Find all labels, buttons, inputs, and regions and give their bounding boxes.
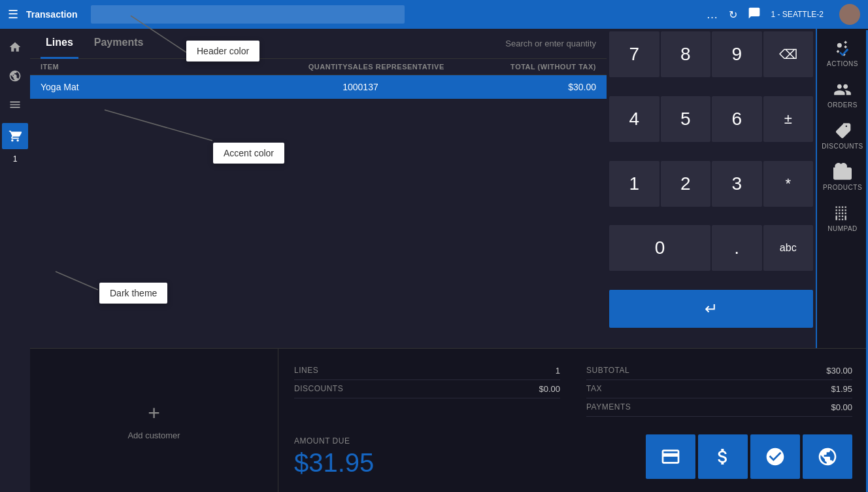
callout-header-color: Header color (186, 41, 259, 62)
menu-icon[interactable]: ☰ (8, 7, 18, 22)
subtotal-label: SUBTOTAL (586, 366, 629, 376)
sidebar-item-catalog[interactable] (2, 63, 28, 89)
customer-panel[interactable]: + Add customer (30, 349, 278, 492)
svg-point-1 (837, 43, 842, 48)
num-2[interactable]: 2 (661, 161, 711, 207)
lines-row: LINES 1 (294, 362, 560, 380)
subtotal-row: SUBTOTAL $30.00 (586, 362, 852, 380)
num-1[interactable]: 1 (609, 161, 659, 207)
num-plusminus[interactable]: ± (763, 96, 814, 142)
callout-accent-color: Accent color (213, 143, 284, 164)
lines-value: 1 (556, 366, 560, 376)
add-customer-icon: + (148, 401, 160, 425)
actions-label: ACTIONS (827, 60, 858, 67)
discounts-value: $0.00 (539, 384, 560, 394)
user-avatar[interactable] (839, 4, 860, 25)
products-label: PRODUCTS (823, 184, 862, 191)
message-icon[interactable] (748, 7, 761, 22)
panel-products[interactable]: PRODUCTS (819, 158, 866, 196)
num-dot[interactable]: . (712, 225, 762, 271)
payment-buttons (646, 434, 852, 479)
top-bar-icons: … ↻ 1 - SEATTLE-2 (707, 4, 860, 25)
table-row[interactable]: Yoga Mat 1 000137 $30.00 (30, 75, 607, 99)
panel-discounts[interactable]: % DISCOUNTS (819, 116, 866, 155)
sidebar-item-cart[interactable] (2, 123, 28, 149)
tab-payments[interactable]: Payments (89, 29, 149, 59)
amount-due-value: $31.95 (294, 448, 374, 478)
right-panel: ACTIONS ORDERS % DISCOUNTS (816, 29, 868, 348)
discounts-row: DISCOUNTS $0.00 (294, 380, 560, 398)
discounts-label: DISCOUNTS (294, 384, 343, 394)
totals-panel: LINES 1 DISCOUNTS $0.00 SUBTOTAL $ (278, 349, 868, 492)
content-area: Lines Payments Search or enter quantity … (30, 29, 868, 492)
left-sidebar: 1 (0, 29, 30, 492)
pay-card-button[interactable] (646, 434, 695, 479)
num-9[interactable]: 9 (712, 31, 762, 77)
panel-orders[interactable]: ORDERS (819, 75, 866, 114)
row-item: Yoga Mat (41, 82, 269, 92)
tax-row: TAX $1.95 (586, 380, 852, 398)
more-icon[interactable]: … (707, 8, 718, 22)
num-4[interactable]: 4 (609, 96, 659, 142)
num-3[interactable]: 3 (712, 161, 762, 207)
cart-badge: 1 (13, 154, 18, 164)
tax-label: TAX (586, 384, 602, 394)
payments-value: $0.00 (831, 402, 852, 412)
numpad-panel: 7 8 9 ⌫ 4 5 6 ± 1 2 3 * 0 . abc (607, 29, 816, 348)
totals-grid: LINES 1 DISCOUNTS $0.00 SUBTOTAL $ (294, 362, 852, 417)
app-title: Transaction (26, 9, 78, 20)
bottom-area: + Add customer LINES 1 DISCOUNTS $0.00 (30, 348, 868, 492)
order-table: ITEM QUANTITY SALES REPRESENTATIVE TOTAL… (30, 59, 607, 348)
panel-actions[interactable]: ACTIONS (819, 34, 866, 73)
top-bar: ☰ Transaction … ↻ 1 - SEATTLE-2 (0, 0, 868, 29)
col-quantity: QUANTITY (269, 63, 348, 71)
payments-row: PAYMENTS $0.00 (586, 398, 852, 417)
pay-global-button[interactable] (803, 434, 852, 479)
col-total: TOTAL (WITHOUT TAX) (478, 63, 596, 71)
table-header: ITEM QUANTITY SALES REPRESENTATIVE TOTAL… (30, 59, 607, 75)
payments-label: PAYMENTS (586, 402, 631, 412)
num-backspace[interactable]: ⌫ (763, 31, 814, 77)
row-sales-rep: 000137 (348, 82, 478, 92)
panel-numpad[interactable]: NUMPAD (819, 199, 866, 237)
amount-due-label: AMOUNT DUE (294, 436, 374, 446)
subtotal-value: $30.00 (826, 366, 852, 376)
lines-label: LINES (294, 366, 318, 376)
col-sales-rep: SALES REPRESENTATIVE (348, 63, 478, 71)
row-total: $30.00 (478, 82, 596, 92)
num-7[interactable]: 7 (609, 31, 659, 77)
tab-lines[interactable]: Lines (41, 29, 78, 59)
col-item: ITEM (41, 63, 269, 71)
pay-other-button[interactable] (750, 434, 800, 479)
amount-due-row: AMOUNT DUE $31.95 (294, 434, 852, 479)
orders-label: ORDERS (827, 101, 858, 109)
num-6[interactable]: 6 (712, 96, 762, 142)
num-abc[interactable]: abc (763, 225, 814, 271)
callout-dark-theme: Dark theme (99, 283, 167, 304)
add-customer-label: Add customer (127, 430, 180, 440)
num-8[interactable]: 8 (661, 31, 711, 77)
row-qty: 1 (269, 82, 348, 92)
tabs-row: Lines Payments Search or enter quantity (30, 29, 607, 59)
sidebar-item-home[interactable] (2, 34, 28, 60)
refresh-icon[interactable]: ↻ (729, 9, 737, 21)
numpad-grid: 7 8 9 ⌫ 4 5 6 ± 1 2 3 * 0 . abc (607, 29, 816, 348)
search-qty-label: Search or enter quantity (505, 39, 596, 48)
tax-value: $1.95 (831, 384, 852, 394)
svg-text:%: % (839, 130, 844, 136)
num-enter[interactable]: ↵ (609, 290, 813, 328)
num-0[interactable]: 0 (609, 225, 710, 271)
top-search-input[interactable] (91, 5, 405, 24)
sidebar-item-menu[interactable] (2, 92, 28, 118)
location-label: 1 - SEATTLE-2 (771, 10, 824, 19)
num-star[interactable]: * (763, 161, 814, 207)
numpad-label: NUMPAD (827, 225, 858, 232)
pay-cash-button[interactable] (698, 434, 748, 479)
discounts-label: DISCOUNTS (822, 143, 863, 150)
num-5[interactable]: 5 (661, 96, 711, 142)
